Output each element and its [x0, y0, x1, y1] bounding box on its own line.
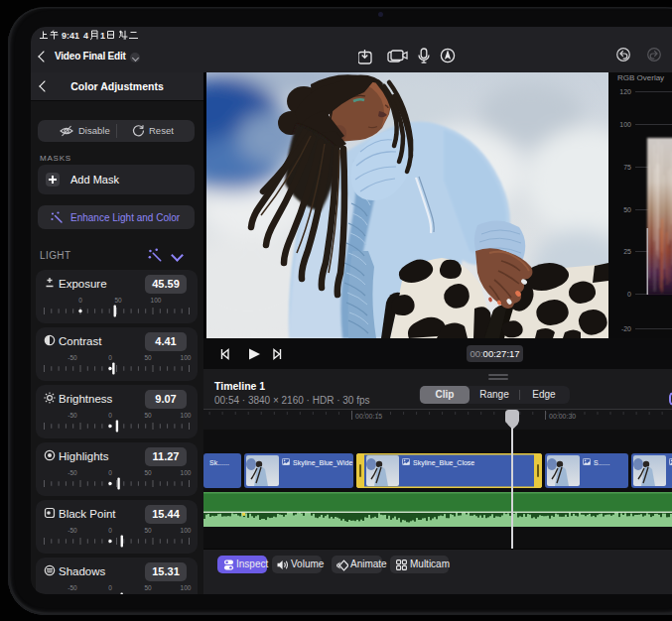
svg-text:100: 100	[181, 527, 192, 534]
svg-text:100: 100	[151, 297, 162, 304]
svg-text:-50: -50	[67, 527, 77, 534]
svg-text:0: 0	[78, 297, 82, 304]
svg-text:100: 100	[181, 354, 192, 361]
svg-text:50: 50	[144, 412, 152, 419]
svg-text:0: 0	[108, 584, 112, 591]
svg-text:120: 120	[619, 88, 631, 95]
svg-text:50: 50	[144, 354, 152, 361]
svg-text:50: 50	[623, 206, 631, 213]
svg-text:-50: -50	[67, 584, 77, 591]
svg-text:0: 0	[108, 469, 112, 476]
svg-text:100: 100	[181, 412, 192, 419]
svg-text:0: 0	[108, 527, 112, 534]
svg-text:50: 50	[144, 469, 152, 476]
svg-text:RGB Overlay: RGB Overlay	[617, 73, 664, 82]
svg-text:100: 100	[181, 469, 192, 476]
svg-text:0: 0	[108, 354, 112, 361]
svg-text:0: 0	[108, 412, 112, 419]
svg-text:50: 50	[144, 527, 152, 534]
svg-text:9:41: 9:41	[62, 31, 79, 41]
svg-text:-50: -50	[67, 354, 77, 361]
svg-text:-20: -20	[621, 325, 631, 332]
svg-text:1: 1	[100, 31, 105, 41]
svg-text:75: 75	[623, 164, 631, 171]
svg-text:50: 50	[114, 297, 122, 304]
svg-text:0: 0	[627, 291, 631, 298]
svg-text:-50: -50	[67, 412, 77, 419]
svg-text:100: 100	[619, 121, 631, 128]
svg-text:4: 4	[83, 31, 88, 41]
svg-text:100: 100	[181, 584, 192, 591]
svg-text:25: 25	[623, 248, 631, 255]
svg-text:00:00:15: 00:00:15	[355, 413, 382, 420]
svg-text:-50: -50	[67, 469, 77, 476]
svg-text:50: 50	[144, 584, 152, 591]
svg-text:00:00:30: 00:00:30	[549, 413, 576, 420]
